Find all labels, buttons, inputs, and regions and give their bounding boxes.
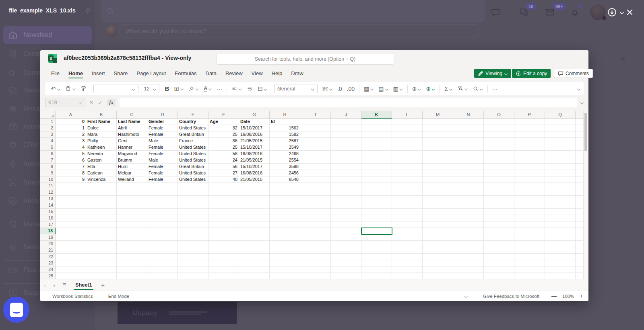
feedback-link[interactable]: Give Feedback to Microsoft xyxy=(483,294,539,299)
cell-H22[interactable] xyxy=(270,254,300,260)
cell-F8[interactable]: 56 xyxy=(208,164,239,170)
cell-M21[interactable] xyxy=(423,247,453,254)
cell-H8[interactable]: 3598 xyxy=(270,164,300,170)
font-more-options[interactable]: ⋯ xyxy=(214,86,225,92)
cell-M9[interactable] xyxy=(423,170,453,176)
cell-F21[interactable] xyxy=(208,247,239,254)
cell-H23[interactable] xyxy=(270,260,300,266)
cell-B24[interactable] xyxy=(86,266,117,273)
cell-E16[interactable] xyxy=(178,215,208,221)
workbook-statistics-button[interactable]: Workbook Statistics xyxy=(52,294,93,299)
menu-home[interactable]: Home xyxy=(64,66,87,80)
cell-F16[interactable] xyxy=(208,215,239,221)
cell-H13[interactable] xyxy=(270,196,300,202)
cell-N4[interactable] xyxy=(453,138,484,144)
cell-O11[interactable] xyxy=(484,183,514,189)
paste-button[interactable] xyxy=(63,86,78,92)
cell-N10[interactable] xyxy=(453,176,484,183)
cell-K23[interactable] xyxy=(361,260,392,266)
cell-Q8[interactable] xyxy=(545,164,576,170)
cell-E25[interactable] xyxy=(178,273,208,279)
cell-J19[interactable] xyxy=(331,234,361,241)
cell-D3[interactable]: Female xyxy=(147,131,178,138)
cell-P10[interactable] xyxy=(514,176,545,183)
cell-L14[interactable] xyxy=(392,202,423,209)
cell-D15[interactable] xyxy=(147,209,178,215)
cell-O13[interactable] xyxy=(484,196,514,202)
cell-M15[interactable] xyxy=(423,209,453,215)
cell-M19[interactable] xyxy=(423,234,453,241)
cell-I3[interactable] xyxy=(300,131,331,138)
bold-button[interactable]: B xyxy=(163,85,172,92)
cell-F22[interactable] xyxy=(208,254,239,260)
cell-K17[interactable] xyxy=(361,221,392,228)
cell-P4[interactable] xyxy=(514,138,545,144)
cell-Q17[interactable] xyxy=(545,221,576,228)
cell-I18[interactable] xyxy=(300,228,331,234)
cell-M5[interactable] xyxy=(423,144,453,151)
cell-M6[interactable] xyxy=(423,151,453,157)
cell-G10[interactable]: 21/05/2015 xyxy=(239,176,270,183)
cell-G21[interactable] xyxy=(239,247,270,254)
cell-Q3[interactable] xyxy=(545,131,576,138)
cell-A10[interactable]: 9 xyxy=(56,176,86,183)
cell-C17[interactable] xyxy=(117,221,147,228)
cell-G11[interactable] xyxy=(239,183,270,189)
cell-L10[interactable] xyxy=(392,176,423,183)
cell-B14[interactable] xyxy=(86,202,117,209)
cell-E3[interactable]: Great Britain xyxy=(178,131,208,138)
cell-B13[interactable] xyxy=(86,196,117,202)
cell-M20[interactable] xyxy=(423,241,453,247)
cell-O8[interactable] xyxy=(484,164,514,170)
cell-A4[interactable]: 3 xyxy=(56,138,86,144)
next-sheet-button[interactable]: › xyxy=(50,282,59,289)
scrollbar-thumb[interactable] xyxy=(584,113,587,151)
cell-J14[interactable] xyxy=(331,202,361,209)
cell-K24[interactable] xyxy=(361,266,392,273)
cell-G2[interactable]: 15/10/2017 xyxy=(239,125,270,131)
cell-K8[interactable] xyxy=(361,164,392,170)
sort-filter-button[interactable] xyxy=(455,86,470,92)
column-header-K[interactable]: K xyxy=(361,111,392,119)
cell-M22[interactable] xyxy=(423,254,453,260)
cell-C18[interactable] xyxy=(117,228,147,234)
menu-file[interactable]: File xyxy=(47,66,64,80)
cell-A19[interactable] xyxy=(56,234,86,241)
cell-B8[interactable]: Etta xyxy=(86,164,117,170)
cell-I23[interactable] xyxy=(300,260,331,266)
cell-G7[interactable]: 21/05/2015 xyxy=(239,157,270,164)
cell-D8[interactable]: Female xyxy=(147,164,178,170)
cell-N22[interactable] xyxy=(453,254,484,260)
cell-K13[interactable] xyxy=(361,196,392,202)
cell-C15[interactable] xyxy=(117,209,147,215)
cell-P1[interactable] xyxy=(514,119,545,125)
cell-O5[interactable] xyxy=(484,144,514,151)
cell-A24[interactable] xyxy=(56,266,86,273)
cell-N12[interactable] xyxy=(453,189,484,196)
cell-L1[interactable] xyxy=(392,119,423,125)
cell-D4[interactable]: Male xyxy=(147,138,178,144)
cell-F18[interactable] xyxy=(208,228,239,234)
cell-P25[interactable] xyxy=(514,273,545,279)
cell-E13[interactable] xyxy=(178,196,208,202)
cell-K4[interactable] xyxy=(361,138,392,144)
cell-E1[interactable]: Country xyxy=(178,119,208,125)
cell-H17[interactable] xyxy=(270,221,300,228)
zoom-level[interactable]: 100% xyxy=(562,294,574,299)
cell-C11[interactable] xyxy=(117,183,147,189)
cell-L2[interactable] xyxy=(392,125,423,131)
cell-N7[interactable] xyxy=(453,157,484,164)
cell-N21[interactable] xyxy=(453,247,484,254)
font-size-select[interactable]: 12 xyxy=(141,84,159,93)
cell-P17[interactable] xyxy=(514,221,545,228)
cell-E5[interactable]: United States xyxy=(178,144,208,151)
cell-O22[interactable] xyxy=(484,254,514,260)
cell-H9[interactable]: 2456 xyxy=(270,170,300,176)
cell-I4[interactable] xyxy=(300,138,331,144)
cell-I2[interactable] xyxy=(300,125,331,131)
cell-P5[interactable] xyxy=(514,144,545,151)
cell-H21[interactable] xyxy=(270,247,300,254)
cell-B17[interactable] xyxy=(86,221,117,228)
cell-E17[interactable] xyxy=(178,221,208,228)
cell-O3[interactable] xyxy=(484,131,514,138)
